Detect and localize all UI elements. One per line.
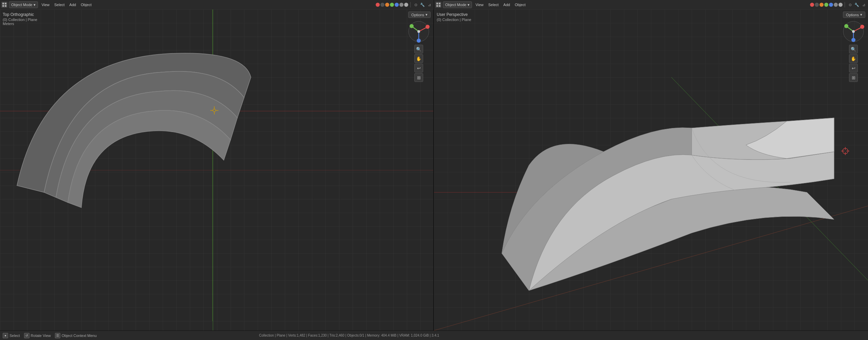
svg-point-43 <box>852 30 855 33</box>
status-right-text: Collection | Plane | Verts:1,482 | Faces… <box>259 334 439 337</box>
options-chevron-right: ▾ <box>860 13 862 17</box>
dot-red-right[interactable] <box>810 3 814 7</box>
filter-icon[interactable]: ⊿ <box>426 2 432 8</box>
menu-object-left[interactable]: Object <box>79 2 94 7</box>
editor-type-icon-left[interactable] <box>1 2 7 8</box>
top-header: Object Mode ▾ View Select Add Object <box>0 0 868 9</box>
render-mode-dots-right <box>810 3 843 7</box>
svg-rect-3 <box>5 5 6 7</box>
dot-orange-right[interactable] <box>820 3 824 7</box>
grid-tool-right[interactable]: ⊞ <box>849 73 858 82</box>
render-mode-dots-left <box>376 3 408 7</box>
svg-text:Z: Z <box>418 38 419 41</box>
right-viewport-header: Object Mode ▾ View Select Add Object <box>434 0 868 9</box>
dot-green-right[interactable] <box>824 3 828 7</box>
svg-text:X: X <box>427 25 429 28</box>
status-select: ● Select <box>3 333 20 338</box>
dot-light-right[interactable] <box>839 3 843 7</box>
svg-point-23 <box>417 30 420 33</box>
menu-add-left[interactable]: Add <box>67 2 78 7</box>
nav-gizmo-right[interactable]: X Y Z <box>842 20 865 43</box>
snap-icons-left: ⊙ 🔧 ⊿ <box>413 2 432 8</box>
zoom-tool-left[interactable]: 🔍 <box>414 45 423 54</box>
svg-text:Z: Z <box>852 38 854 41</box>
options-chevron-left: ▾ <box>426 13 428 17</box>
svg-rect-5 <box>439 3 440 4</box>
mode-selector-right[interactable]: Object Mode ▾ <box>443 1 472 8</box>
dot-blue-left[interactable] <box>395 3 399 7</box>
filter-icon-right[interactable]: ⊿ <box>861 2 867 8</box>
svg-text:X: X <box>861 25 863 28</box>
menu-view-right[interactable]: View <box>473 2 486 7</box>
options-button-right[interactable]: Options ▾ <box>843 12 865 18</box>
dot-red-left[interactable] <box>376 3 380 7</box>
menu-select-left[interactable]: Select <box>52 2 67 7</box>
snap-icon-right[interactable]: 🔧 <box>854 2 860 8</box>
blender-window: Object Mode ▾ View Select Add Object <box>0 0 868 340</box>
snap-icons-right: ⊙ 🔧 ⊿ <box>847 2 867 8</box>
svg-rect-4 <box>436 3 438 4</box>
select-key-icon: ● <box>3 333 8 338</box>
viewports-area: Top Orthographic (0) Collection | Plane … <box>0 9 868 331</box>
dot-blue-right[interactable] <box>829 3 833 7</box>
svg-text:Y: Y <box>845 25 847 28</box>
grid-tool-left[interactable]: ⊞ <box>414 73 423 82</box>
zoom-tool-right[interactable]: 🔍 <box>849 45 858 54</box>
shape-svg-left <box>0 9 434 331</box>
select-label: Select <box>9 334 20 338</box>
proportional-icon-right[interactable]: ⊙ <box>847 2 853 8</box>
mode-selector-left[interactable]: Object Mode ▾ <box>9 1 38 8</box>
status-context: ☰ Object Context Menu <box>55 333 97 338</box>
snap-icon[interactable]: 🔧 <box>419 2 426 8</box>
options-label-right: Options <box>846 13 859 17</box>
dot-dark1-left[interactable] <box>380 3 384 7</box>
status-right: Collection | Plane | Verts:1,482 | Faces… <box>259 334 865 337</box>
dot-green-left[interactable] <box>390 3 394 7</box>
status-rotate: ↺ Rotate View <box>24 333 51 338</box>
viewport-canvas-right <box>434 9 868 331</box>
mode-chevron-right: ▾ <box>468 3 470 7</box>
options-button-left[interactable]: Options ▾ <box>408 12 431 18</box>
dot-gray-left[interactable] <box>399 3 403 7</box>
menu-select-right[interactable]: Select <box>486 2 501 7</box>
left-menu-items: View Select Add Object <box>39 2 94 7</box>
nav-gizmo-left[interactable]: X Y Z <box>407 20 431 43</box>
editor-type-icon-right[interactable] <box>435 2 441 8</box>
right-viewport[interactable]: User Perspective (0) Collection | Plane … <box>434 9 868 331</box>
svg-text:Y: Y <box>410 25 412 28</box>
dot-light-left[interactable] <box>404 3 408 7</box>
left-viewport-header: Object Mode ▾ View Select Add Object <box>0 0 434 9</box>
menu-object-right[interactable]: Object <box>513 2 528 7</box>
pan-tool-left[interactable]: ✋ <box>414 54 423 63</box>
status-bar: ● Select ↺ Rotate View ☰ Object Context … <box>0 331 868 340</box>
pan-tool-right[interactable]: ✋ <box>849 54 858 63</box>
svg-rect-2 <box>2 5 4 7</box>
svg-rect-1 <box>5 3 6 4</box>
viewport-canvas-left <box>0 9 433 331</box>
right-menu-items: View Select Add Object <box>473 2 528 7</box>
options-label-left: Options <box>411 13 424 17</box>
proportional-icon[interactable]: ⊙ <box>413 2 419 8</box>
rotate-tool-left[interactable]: ↩ <box>414 64 423 72</box>
left-viewport[interactable]: Top Orthographic (0) Collection | Plane … <box>0 9 434 331</box>
gizmo-area-left: X Y Z 🔍 ✋ ↩ ⊞ <box>407 20 431 82</box>
status-left: ● Select ↺ Rotate View ☰ Object Context … <box>3 333 254 338</box>
viewport-tools-right: 🔍 ✋ ↩ ⊞ <box>849 45 858 82</box>
svg-rect-6 <box>436 5 438 7</box>
menu-view-left[interactable]: View <box>39 2 52 7</box>
context-label: Object Context Menu <box>62 334 97 338</box>
svg-rect-0 <box>2 3 4 4</box>
gizmo-area-right: X Y Z 🔍 ✋ ↩ ⊞ <box>842 20 865 82</box>
rotate-label: Rotate View <box>31 334 51 338</box>
dot-orange-left[interactable] <box>385 3 389 7</box>
sep1 <box>410 2 411 7</box>
rotate-tool-right[interactable]: ↩ <box>849 64 858 72</box>
mode-label-left: Object Mode <box>11 3 32 7</box>
rotate-key-icon: ↺ <box>24 333 29 338</box>
mode-label-right: Object Mode <box>445 3 466 7</box>
dot-gray-right[interactable] <box>834 3 838 7</box>
mode-chevron-left: ▾ <box>34 3 36 7</box>
context-key-icon: ☰ <box>55 333 60 338</box>
dot-dark1-right[interactable] <box>815 3 819 7</box>
menu-add-right[interactable]: Add <box>501 2 512 7</box>
